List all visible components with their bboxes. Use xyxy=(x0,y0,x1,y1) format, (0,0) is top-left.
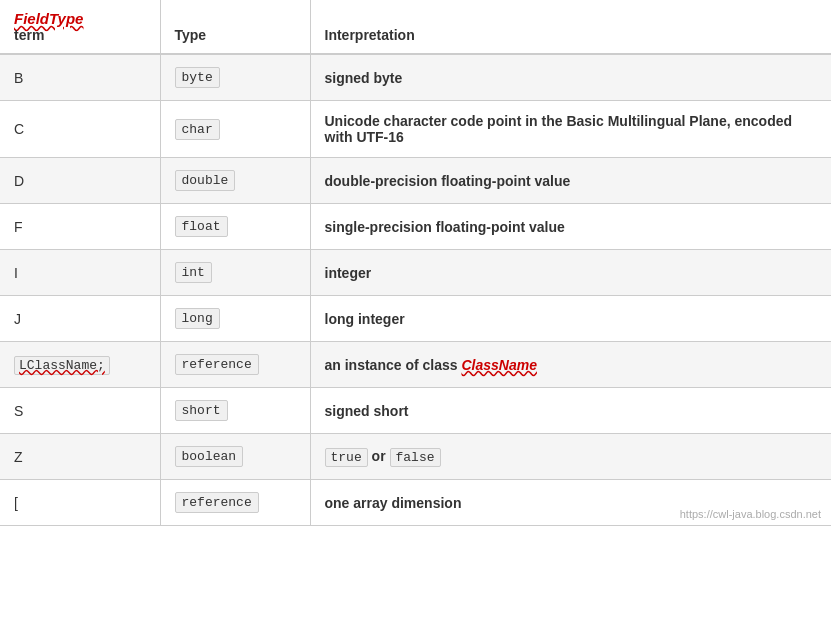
type-badge: float xyxy=(175,216,228,237)
term-cell: F xyxy=(0,204,160,250)
table-row: CcharUnicode character code point in the… xyxy=(0,101,831,158)
table-row: Iintinteger xyxy=(0,250,831,296)
term-plain-value: F xyxy=(14,219,23,235)
type-badge: char xyxy=(175,119,220,140)
table-row: Zbooleantrue or false xyxy=(0,434,831,480)
type-cell: boolean xyxy=(160,434,310,480)
type-cell: char xyxy=(160,101,310,158)
type-cell: double xyxy=(160,158,310,204)
interpretation-cell: signed byte xyxy=(310,54,831,101)
interpretation-text: integer xyxy=(325,265,372,281)
type-cell: short xyxy=(160,388,310,434)
interpretation-text: one array dimension xyxy=(325,495,462,511)
col-term-header: FieldType term xyxy=(0,0,160,54)
interpretation-cell: double-precision floating-point value xyxy=(310,158,831,204)
bool-or: or xyxy=(368,448,390,464)
watermark: https://cwl-java.blog.csdn.net xyxy=(680,508,821,520)
interpretation-text: signed short xyxy=(325,403,409,419)
type-cell: reference xyxy=(160,342,310,388)
term-cell: B xyxy=(0,54,160,101)
col-interpretation-header: Interpretation xyxy=(310,0,831,54)
term-code-value: LClassName; xyxy=(14,356,110,375)
term-plain-value: S xyxy=(14,403,23,419)
type-badge: reference xyxy=(175,492,259,513)
term-plain-value: C xyxy=(14,121,24,137)
term-subtitle: term xyxy=(14,27,146,43)
type-cell: reference xyxy=(160,480,310,526)
term-plain-value: I xyxy=(14,265,18,281)
table-row: Jlonglong integer xyxy=(0,296,831,342)
interpretation-text: signed byte xyxy=(325,70,403,86)
term-cell: J xyxy=(0,296,160,342)
table-container: FieldType term Type Interpretation Bbyte… xyxy=(0,0,831,526)
term-plain-value: D xyxy=(14,173,24,189)
bool-true: true xyxy=(325,448,368,467)
term-cell: I xyxy=(0,250,160,296)
interpretation-cell: integer xyxy=(310,250,831,296)
term-cell: LClassName; xyxy=(0,342,160,388)
type-cell: long xyxy=(160,296,310,342)
interpretation-cell: long integer xyxy=(310,296,831,342)
field-type-table: FieldType term Type Interpretation Bbyte… xyxy=(0,0,831,526)
type-badge: reference xyxy=(175,354,259,375)
term-cell: [ xyxy=(0,480,160,526)
table-body: Bbytesigned byteCcharUnicode character c… xyxy=(0,54,831,526)
interpretation-text: long integer xyxy=(325,311,405,327)
term-cell: D xyxy=(0,158,160,204)
term-plain-value: Z xyxy=(14,449,23,465)
interpretation-cell: signed short xyxy=(310,388,831,434)
type-badge: boolean xyxy=(175,446,244,467)
table-row: Ffloatsingle-precision floating-point va… xyxy=(0,204,831,250)
table-row: Sshortsigned short xyxy=(0,388,831,434)
term-cell: Z xyxy=(0,434,160,480)
interpretation-prefix: an instance of class xyxy=(325,357,462,373)
interpretation-classname: ClassName xyxy=(461,357,537,373)
interpretation-text: single-precision floating-point value xyxy=(325,219,565,235)
interpretation-cell: Unicode character code point in the Basi… xyxy=(310,101,831,158)
col-type-header: Type xyxy=(160,0,310,54)
term-plain-value: J xyxy=(14,311,21,327)
term-plain-value: [ xyxy=(14,495,18,511)
type-badge: double xyxy=(175,170,236,191)
term-plain-value: B xyxy=(14,70,23,86)
bool-false: false xyxy=(390,448,441,467)
term-cell: S xyxy=(0,388,160,434)
term-cell: C xyxy=(0,101,160,158)
interpretation-text: Unicode character code point in the Basi… xyxy=(325,113,793,145)
interpretation-cell: single-precision floating-point value xyxy=(310,204,831,250)
type-cell: float xyxy=(160,204,310,250)
type-badge: int xyxy=(175,262,212,283)
type-badge: byte xyxy=(175,67,220,88)
table-header-row: FieldType term Type Interpretation xyxy=(0,0,831,54)
fieldtype-title: FieldType xyxy=(14,10,146,27)
interpretation-cell: an instance of class ClassName xyxy=(310,342,831,388)
table-row: LClassName;referencean instance of class… xyxy=(0,342,831,388)
table-row: Ddoubledouble-precision floating-point v… xyxy=(0,158,831,204)
interpretation-text: double-precision floating-point value xyxy=(325,173,571,189)
type-cell: byte xyxy=(160,54,310,101)
type-cell: int xyxy=(160,250,310,296)
interpretation-cell: true or false xyxy=(310,434,831,480)
table-row: Bbytesigned byte xyxy=(0,54,831,101)
type-badge: short xyxy=(175,400,228,421)
type-badge: long xyxy=(175,308,220,329)
